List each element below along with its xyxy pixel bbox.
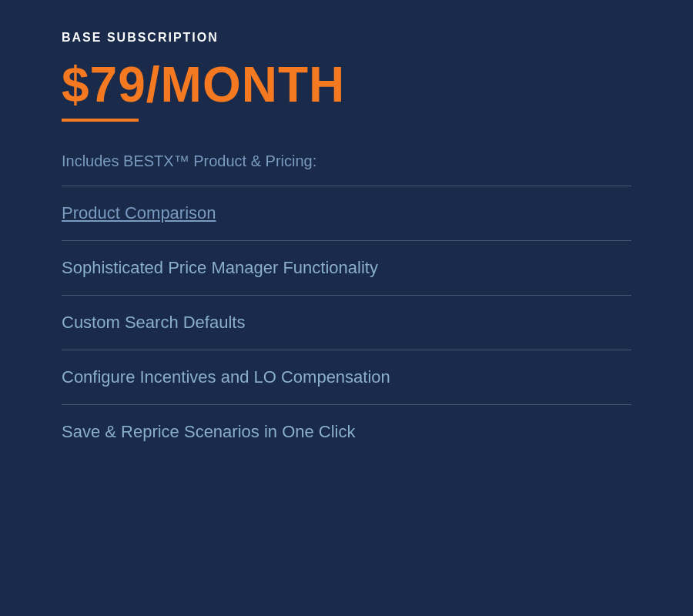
section-label: BASE SUBSCRIPTION bbox=[62, 31, 631, 45]
price-display: $79/MONTH bbox=[62, 60, 631, 109]
includes-label: Includes BESTX™ Product & Pricing: bbox=[62, 152, 631, 186]
feature-item-0[interactable]: Product Comparison bbox=[62, 186, 631, 240]
main-container: BASE SUBSCRIPTION $79/MONTH Includes BES… bbox=[0, 0, 693, 616]
feature-item-2: Custom Search Defaults bbox=[62, 295, 631, 350]
feature-item-1: Sophisticated Price Manager Functionalit… bbox=[62, 240, 631, 295]
feature-item-4: Save & Reprice Scenarios in One Click bbox=[62, 404, 631, 459]
price-underline bbox=[62, 119, 139, 122]
feature-item-3: Configure Incentives and LO Compensation bbox=[62, 350, 631, 404]
features-list: Product ComparisonSophisticated Price Ma… bbox=[62, 186, 631, 459]
